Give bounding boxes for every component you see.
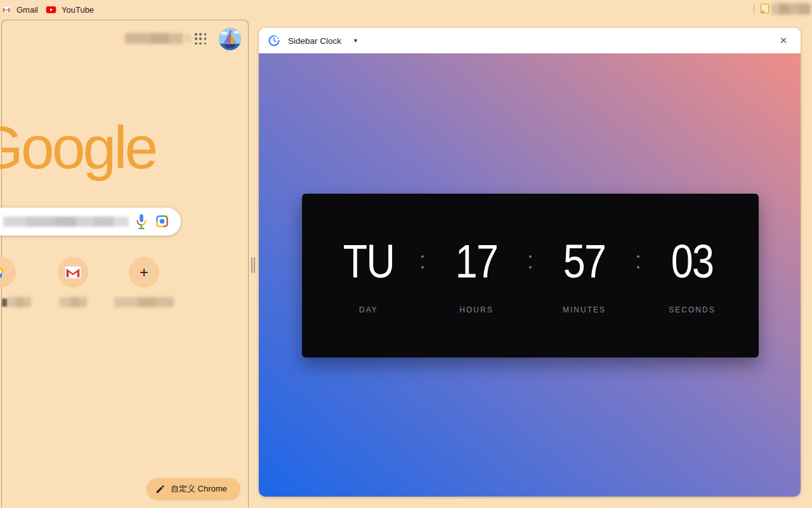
camera-lens-icon[interactable] [155,214,169,229]
redacted-account-text [125,33,183,44]
clock-card: TU DAY 17 HOURS 57 MINUTES 03 [302,194,759,358]
clock-hours-label: HOURS [438,305,514,314]
redacted-shortcut-label-fragment [2,298,7,307]
clock-day-value: TU [336,222,401,302]
clock-day-column: TU DAY [331,222,407,314]
google-logo: Google [0,113,155,182]
close-icon[interactable]: ✕ [775,32,792,49]
mic-icon[interactable] [134,213,149,230]
clock-minutes-column: 57 MINUTES [546,222,622,314]
clock-hours-column: 17 HOURS [438,222,514,314]
bookmark-gmail[interactable]: Gmail [1,3,38,17]
chevron-down-icon[interactable]: ▾ [354,37,357,44]
bookmarks-bar: Gmail YouTube [0,0,812,19]
clock-minutes-label: MINUTES [546,305,622,314]
search-input[interactable] [0,208,181,236]
side-panel-title: Sidebar Clock [288,36,341,46]
colon-separator-icon [622,222,654,302]
customize-chrome-button[interactable]: 自定义 Chrome [147,478,240,500]
browser-window: Gmail YouTube [0,0,812,508]
shortcut-tile-gmail[interactable] [58,257,88,288]
apps-grid-icon[interactable] [195,33,207,45]
clock-seconds-column: 03 SECONDS [654,222,730,314]
bookmark-youtube[interactable]: YouTube [46,3,94,17]
side-panel-resize-handle[interactable] [251,257,256,273]
clock-day-label: DAY [331,305,407,314]
side-panel-header: Sidebar Clock ▾ ✕ [259,28,801,53]
redacted-bookmark-label[interactable] [771,3,811,15]
plus-icon: + [140,265,148,280]
new-tab-page: Google [1,20,249,508]
bookmarks-divider [754,4,754,15]
clock-hours-value: 17 [444,222,509,302]
bookmark-youtube-label: YouTube [62,5,94,15]
redacted-account-fade [184,34,192,43]
youtube-icon [46,5,56,14]
clock-extension-icon [268,34,280,47]
colon-separator-icon [407,222,438,302]
redacted-search-text [3,217,129,227]
profile-avatar[interactable] [219,28,241,50]
clock-seconds-label: SECONDS [654,305,730,314]
clock-seconds-value: 03 [660,222,724,302]
shortcut-tile-1[interactable] [0,257,16,288]
customize-chrome-label: 自定义 Chrome [171,483,227,495]
side-panel: Sidebar Clock ▾ ✕ TU DAY 17 HOURS [259,28,801,497]
folder-icon[interactable] [760,3,769,15]
add-shortcut-button[interactable]: + [129,257,159,288]
gmail-icon [1,4,11,15]
clock-minutes-value: 57 [552,222,617,302]
redacted-shortcut-label-3 [114,297,174,307]
redacted-shortcut-label-1 [6,297,31,307]
redacted-shortcut-label-2 [59,297,87,307]
gmail-icon [65,266,81,279]
colon-separator-icon [514,222,546,302]
bookmark-gmail-label: Gmail [16,5,38,15]
side-panel-content: TU DAY 17 HOURS 57 MINUTES 03 [259,53,801,497]
pencil-icon [155,485,165,494]
